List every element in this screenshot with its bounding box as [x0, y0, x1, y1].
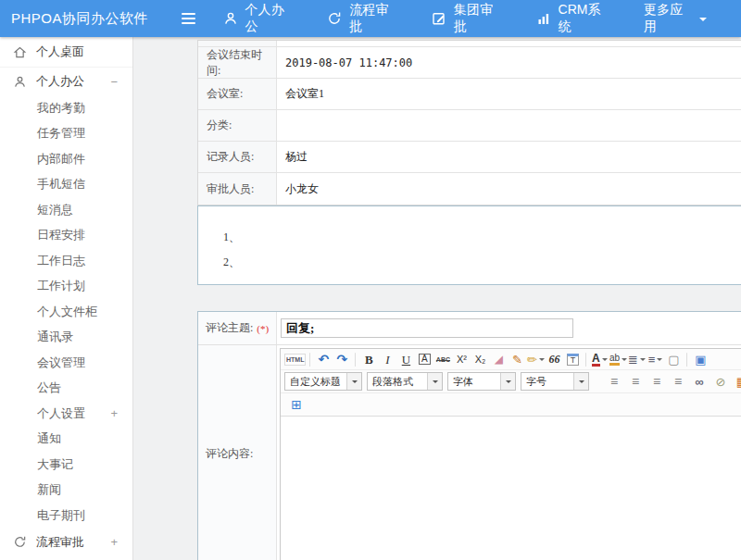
sidebar-item[interactable]: 工作计划	[0, 274, 132, 300]
align-center-icon[interactable]: ≡	[626, 373, 645, 390]
nav-workflow-approval[interactable]: 流程审批	[327, 2, 397, 35]
blockquote-icon[interactable]: 66	[545, 351, 563, 367]
paste-word-icon[interactable]: T	[563, 351, 582, 367]
ordered-list-icon[interactable]: ≣	[627, 351, 646, 367]
nav-group-approval[interactable]: 集团审批	[432, 2, 502, 35]
italic-icon[interactable]: I	[378, 351, 396, 367]
toolbar-separator	[686, 353, 687, 367]
font-style-icon[interactable]: A	[415, 351, 433, 367]
superscript-icon[interactable]: X²	[452, 351, 471, 367]
fullscreen-icon[interactable]: ▣	[691, 351, 710, 367]
expand-icon[interactable]: +	[110, 536, 118, 548]
app-window: PHPOA协同办公软件 个人办公 流程审批 集团审批	[0, 0, 741, 560]
sidebar-item-label: 通知	[37, 430, 61, 447]
paragraph-format-select[interactable]: 段落格式	[367, 372, 443, 391]
nav-personal-office[interactable]: 个人办公	[223, 2, 294, 35]
sidebar-section-workflow-approval[interactable]: 流程审批 +	[0, 529, 132, 556]
sidebar-item[interactable]: 个人文件柜	[0, 299, 132, 325]
align-left-icon[interactable]: ≡	[605, 373, 623, 390]
chevron-down-icon[interactable]	[346, 373, 361, 390]
nav-more-apps[interactable]: 更多应用	[644, 2, 707, 35]
nav-crm-system[interactable]: CRM系统	[536, 2, 609, 35]
sidebar-item-label: 个人桌面	[36, 44, 84, 60]
comment-content-row: 评论内容: HTML	[198, 345, 741, 560]
sidebar-item[interactable]: 短消息	[0, 197, 132, 223]
editor-toolbar-row2-icons: ≡ ≡ ≡	[605, 373, 741, 390]
sidebar-section-personal-office[interactable]: 个人办公 −	[0, 68, 132, 95]
collapse-icon[interactable]: −	[110, 76, 118, 88]
align-right-icon[interactable]: ≡	[647, 373, 666, 390]
sidebar-item[interactable]: 通讯录	[0, 325, 132, 351]
field-value: 会议室1	[277, 79, 741, 109]
format-brush-icon[interactable]: ✎	[508, 351, 526, 367]
font-family-select[interactable]: 字体	[447, 372, 516, 391]
new-page-icon[interactable]: ▢	[664, 351, 683, 367]
content-area: 会议结束时间: 2019-08-07 11:47:00 会议室: 会议室1 分类…	[134, 37, 741, 560]
sidebar-item[interactable]: 通知	[0, 427, 132, 453]
sidebar-item[interactable]: 电子期刊	[0, 503, 132, 529]
sidebar-item-label: 个人设置	[37, 405, 85, 422]
undo-icon[interactable]: ↶	[314, 351, 333, 367]
eraser-icon[interactable]: ◢	[489, 351, 508, 367]
image-icon[interactable]: ▦	[733, 373, 741, 390]
sidebar-item[interactable]: 会议管理	[0, 350, 132, 376]
user-icon	[223, 11, 238, 26]
bold-icon[interactable]: B	[359, 351, 378, 367]
sidebar-item[interactable]: 工作日志	[0, 248, 132, 274]
underline-icon[interactable]: U	[396, 351, 415, 367]
field-value	[277, 110, 741, 141]
topbar: PHPOA协同办公软件 个人办公 流程审批 集团审批	[0, 0, 741, 37]
sidebar-item-label: 公告	[37, 380, 61, 396]
sidebar-item[interactable]: 大事记	[0, 452, 132, 478]
chevron-down-icon[interactable]	[427, 373, 442, 390]
subscript-icon[interactable]: X₂	[471, 351, 489, 367]
bar-chart-icon	[536, 11, 551, 26]
paint-icon[interactable]: ✏	[526, 351, 545, 367]
strikethrough-icon[interactable]: ABC	[433, 351, 452, 367]
sidebar-item[interactable]: 任务管理	[0, 121, 132, 147]
sidebar-item-label: 短消息	[37, 202, 73, 218]
sidebar-item[interactable]: 我的考勤	[0, 95, 132, 121]
sidebar-item[interactable]: 内部邮件	[0, 146, 132, 172]
app-logo[interactable]: PHPOA协同办公软件	[0, 10, 167, 28]
sidebar-item[interactable]: 个人设置 +	[0, 401, 132, 427]
editor-toolbar-row2: 自定义标题 段落格式 字体	[281, 370, 741, 393]
table-row-category: 分类:	[198, 110, 741, 142]
editor-content-area[interactable]	[281, 417, 741, 560]
comment-subject-input[interactable]	[281, 318, 573, 338]
required-mark: (*)	[257, 323, 269, 334]
unordered-list-icon[interactable]: ≡	[646, 351, 664, 367]
font-size-select[interactable]: 字号	[521, 372, 589, 391]
editor-toolbar-row3: ⊞	[281, 393, 741, 417]
insert-table-icon[interactable]: ⊞	[287, 396, 306, 413]
align-justify-icon[interactable]: ≡	[669, 373, 687, 390]
sidebar-item-desktop[interactable]: 个人桌面	[0, 37, 132, 68]
source-html-button[interactable]: HTML	[284, 351, 306, 367]
sidebar-item[interactable]: 日程安排	[0, 223, 132, 249]
expand-icon[interactable]: +	[110, 407, 118, 419]
unlink-icon[interactable]: ⊘	[711, 373, 730, 390]
chevron-down-icon	[622, 358, 627, 364]
sidebar-personal-submenu: 我的考勤 任务管理 内部邮件 手机短信	[0, 95, 132, 529]
sidebar-item[interactable]: 新闻	[0, 478, 132, 504]
sidebar-item[interactable]: 公告	[0, 376, 132, 402]
chevron-down-icon	[640, 358, 646, 364]
nav-label: 更多应用	[644, 2, 692, 35]
heading-style-select[interactable]: 自定义标题	[284, 372, 362, 391]
sidebar-item-label: 个人文件柜	[37, 304, 97, 320]
font-color-icon[interactable]: A	[590, 351, 609, 367]
meeting-notes-panel: 1、 2、	[197, 205, 741, 285]
chevron-down-icon[interactable]	[573, 373, 588, 390]
highlight-color-icon[interactable]: ab	[609, 351, 627, 367]
sidebar-item-label: 我的考勤	[37, 100, 85, 117]
table-row-approver: 审批人员: 小龙女	[198, 173, 741, 205]
field-label: 审批人员:	[198, 173, 277, 205]
sidebar-section-label: 流程审批	[36, 534, 84, 551]
sidebar-item[interactable]: 手机短信	[0, 172, 132, 198]
sidebar-item-label: 手机短信	[37, 176, 85, 193]
table-row-meeting-room: 会议室: 会议室1	[198, 79, 741, 110]
redo-icon[interactable]: ↷	[333, 351, 351, 367]
chevron-down-icon[interactable]	[500, 373, 515, 390]
menu-toggle-icon[interactable]	[178, 6, 199, 31]
link-icon[interactable]: ∞	[690, 373, 709, 390]
